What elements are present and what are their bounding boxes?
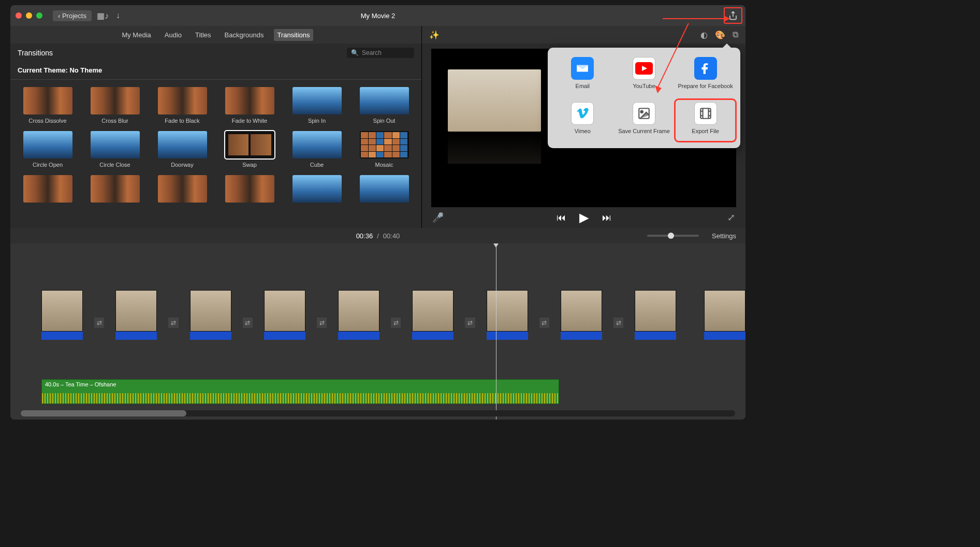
transition-label: Cross Dissolve — [28, 118, 66, 124]
transition-marker[interactable]: ⇄ — [243, 318, 253, 328]
timeline-clip[interactable] — [487, 290, 528, 340]
transition-fade-to-white[interactable]: Fade to White — [220, 87, 280, 124]
share-popover: EmailYouTubePrepare for FacebookVimeoSav… — [548, 48, 740, 148]
timeline-clip[interactable] — [412, 290, 454, 340]
transition-thumb — [292, 131, 342, 159]
library-pane: My MediaAudioTitlesBackgroundsTransition… — [10, 26, 422, 228]
transition-item[interactable] — [220, 175, 280, 206]
projects-button[interactable]: ‹ Projects — [53, 10, 92, 21]
clip-thumb — [635, 290, 676, 332]
transition-label: Swap — [242, 162, 257, 168]
search-input[interactable]: 🔍 Search — [347, 48, 414, 58]
share-option-label: Prepare for Facebook — [678, 83, 733, 90]
transition-thumb — [158, 131, 207, 159]
library-tab-transitions[interactable]: Transitions — [274, 29, 313, 41]
play-button[interactable]: ▶ — [579, 210, 589, 225]
transition-marker[interactable]: ⇄ — [465, 318, 475, 328]
voiceover-icon[interactable]: 🎤 — [432, 212, 444, 223]
transition-marker[interactable]: ⇄ — [539, 318, 549, 328]
share-option-label: Save Current Frame — [618, 128, 670, 135]
transition-item[interactable] — [152, 175, 212, 206]
transition-marker[interactable]: ⇄ — [317, 318, 327, 328]
search-icon: 🔍 — [351, 49, 359, 56]
maximize-window-button[interactable] — [36, 12, 42, 19]
crop-icon[interactable]: ⧉ — [733, 30, 738, 39]
transition-mosaic[interactable]: Mosaic — [354, 131, 414, 168]
import-icon[interactable]: ↓ — [116, 11, 120, 20]
timeline-header: 00:36 / 00:40 Settings — [10, 228, 745, 243]
transition-cross-blur[interactable]: Cross Blur — [85, 87, 145, 124]
transition-marker[interactable]: ⇄ — [168, 318, 178, 328]
share-option-export-file[interactable]: Export File — [676, 100, 735, 141]
next-frame-button[interactable]: ⏭ — [602, 212, 611, 223]
transition-marker[interactable]: ⇄ — [94, 318, 104, 328]
transition-swap[interactable]: Swap — [220, 131, 280, 168]
clip-audio-bar — [41, 332, 83, 340]
scrollbar-thumb[interactable] — [21, 410, 186, 416]
video-track: ⇄⇄⇄⇄⇄⇄⇄⇄ — [41, 290, 745, 340]
close-window-button[interactable] — [16, 12, 22, 19]
transition-item[interactable] — [354, 175, 414, 206]
timeline-settings-button[interactable]: Settings — [712, 232, 736, 240]
transition-marker[interactable]: ⇄ — [613, 318, 623, 328]
share-option-email[interactable]: Email — [553, 55, 612, 96]
transition-spin-out[interactable]: Spin Out — [354, 87, 414, 124]
project-title: My Movie 2 — [361, 12, 395, 20]
minimize-window-button[interactable] — [26, 12, 32, 19]
fullscreen-icon[interactable]: ⤢ — [727, 212, 735, 223]
timeline-scrollbar[interactable] — [21, 410, 735, 416]
library-tab-my-media[interactable]: My Media — [119, 29, 154, 41]
audio-track[interactable]: 40.0s – Tea Time – Ofshane — [41, 379, 559, 404]
clip-thumb — [561, 290, 602, 332]
total-time: 00:40 — [383, 232, 400, 240]
transition-circle-open[interactable]: Circle Open — [18, 131, 78, 168]
svg-rect-5 — [700, 108, 711, 119]
timeline-zoom-slider[interactable] — [647, 235, 699, 237]
library-tab-backgrounds[interactable]: Backgrounds — [222, 29, 267, 41]
transition-fade-to-black[interactable]: Fade to Black — [152, 87, 212, 124]
playhead[interactable] — [496, 243, 496, 420]
transition-spin-in[interactable]: Spin In — [287, 87, 347, 124]
transition-marker[interactable]: ⇄ — [391, 318, 401, 328]
share-option-youtube[interactable]: YouTube — [615, 55, 674, 96]
color-balance-icon[interactable]: ◐ — [700, 30, 708, 40]
transition-thumb — [225, 87, 274, 114]
library-view-icon[interactable]: ▦♪ — [97, 11, 109, 21]
transition-cross-dissolve[interactable]: Cross Dissolve — [18, 87, 78, 124]
library-tabs: My MediaAudioTitlesBackgroundsTransition… — [10, 26, 421, 44]
share-option-save-current-frame[interactable]: Save Current Frame — [615, 100, 674, 141]
share-option-vimeo[interactable]: Vimeo — [553, 100, 612, 141]
color-palette-icon[interactable]: 🎨 — [715, 30, 725, 40]
current-theme-label: Current Theme: No Theme — [10, 62, 421, 80]
timeline-clip[interactable] — [41, 290, 83, 340]
timeline-clip[interactable] — [635, 290, 676, 340]
library-header: Transitions 🔍 Search — [10, 44, 421, 62]
timeline-clip[interactable] — [561, 290, 602, 340]
transition-thumb — [225, 175, 274, 203]
clip-audio-bar — [264, 332, 305, 340]
share-option-label: Export File — [692, 128, 719, 135]
timeline-clip[interactable] — [338, 290, 379, 340]
clip-thumb — [412, 290, 454, 332]
transition-cube[interactable]: Cube — [287, 131, 347, 168]
timeline-clip[interactable] — [190, 290, 231, 340]
transition-item[interactable] — [18, 175, 78, 206]
share-option-prepare-for-facebook[interactable]: Prepare for Facebook — [676, 55, 735, 96]
timeline-clip[interactable] — [264, 290, 305, 340]
timeline-clip[interactable] — [704, 290, 745, 340]
share-button[interactable] — [727, 9, 739, 22]
transition-item[interactable] — [287, 175, 347, 206]
prev-frame-button[interactable]: ⏮ — [557, 212, 566, 223]
time-separator: / — [377, 232, 379, 240]
library-tab-titles[interactable]: Titles — [192, 29, 214, 41]
projects-label: Projects — [62, 12, 86, 20]
transition-circle-close[interactable]: Circle Close — [85, 131, 145, 168]
timeline-clip[interactable] — [115, 290, 157, 340]
library-tab-audio[interactable]: Audio — [162, 29, 185, 41]
transition-item[interactable] — [85, 175, 145, 206]
timeline-body[interactable]: ⇄⇄⇄⇄⇄⇄⇄⇄ 40.0s – Tea Time – Ofshane — [10, 243, 745, 420]
image-icon — [633, 102, 655, 125]
transition-label: Circle Open — [33, 162, 63, 168]
magic-wand-icon[interactable]: ✨ — [429, 30, 440, 40]
transition-doorway[interactable]: Doorway — [152, 131, 212, 168]
